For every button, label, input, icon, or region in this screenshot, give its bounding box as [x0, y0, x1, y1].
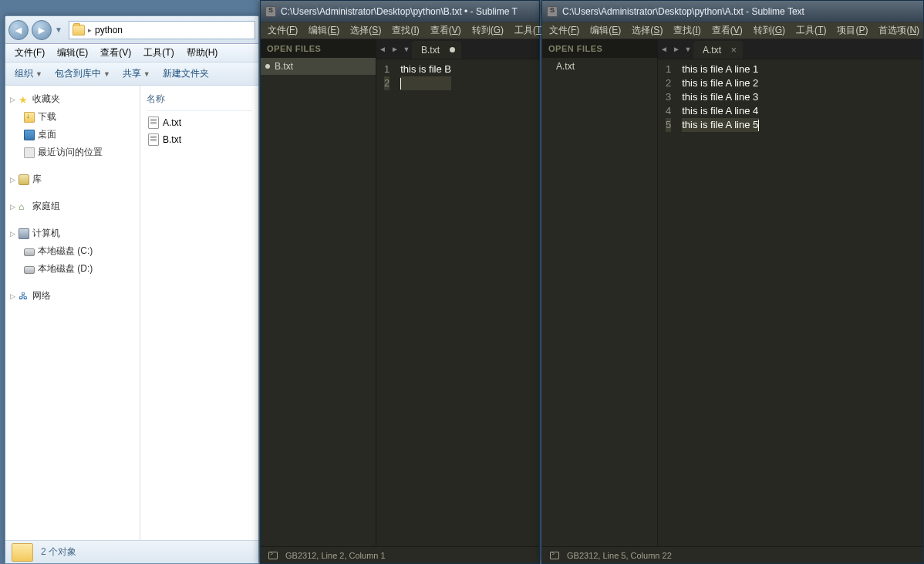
menubar: 文件(F)编辑(E)选择(S)查找(I)查看(V)转到(G)工具(T)项目(P)… [542, 22, 923, 39]
menu-item[interactable]: 编辑(E) [303, 22, 345, 39]
titlebar[interactable]: C:\Users\Administrator\Desktop\python\B.… [261, 1, 539, 22]
libraries-group[interactable]: ▷库 [8, 171, 137, 188]
editor-pane: ◄ ► ▼ A.txt × 12345 this is file A line … [658, 39, 923, 546]
tab-list[interactable]: ▼ [401, 39, 412, 59]
sublime-window-b: C:\Users\Administrator\Desktop\python\B.… [260, 0, 540, 564]
disk-icon [24, 248, 35, 256]
menu-view[interactable]: 查看(V) [94, 45, 137, 61]
tab-b[interactable]: B.txt [412, 41, 461, 59]
menu-item[interactable]: 编辑(E) [585, 22, 626, 39]
network-group[interactable]: ▷🖧网络 [8, 287, 137, 305]
computer-group[interactable]: ▷计算机 [8, 225, 137, 242]
menu-item[interactable]: 选择(S) [626, 22, 668, 39]
tab-list[interactable]: ▼ [683, 39, 693, 59]
menu-item[interactable]: 查找(I) [668, 22, 706, 39]
tab-bar: ◄ ► ▼ A.txt × [658, 39, 923, 59]
folder-icon [12, 543, 33, 562]
menu-tools[interactable]: 工具(T) [137, 45, 180, 61]
favorites-group[interactable]: ▷★收藏夹 [8, 90, 137, 108]
menu-item[interactable]: 选择(S) [345, 22, 386, 39]
app-icon [265, 6, 276, 17]
share-button[interactable]: 共享 ▼ [118, 65, 155, 83]
menu-item[interactable]: 转到(G) [467, 22, 509, 39]
nav-bar: ◄ ► ▼ ▸ python [5, 16, 258, 44]
menu-item[interactable]: 查看(V) [425, 22, 467, 39]
tab-next[interactable]: ► [670, 39, 683, 59]
new-folder-button[interactable]: 新建文件夹 [158, 65, 214, 83]
sublime-window-a: C:\Users\Administrator\Desktop\python\A.… [541, 0, 924, 564]
organize-button[interactable]: 组织 ▼ [10, 65, 47, 83]
tree-desktop[interactable]: 桌面 [8, 126, 137, 144]
text-file-icon [148, 117, 159, 129]
file-item[interactable]: A.txt [147, 114, 252, 131]
homegroup-icon: ⌂ [19, 201, 29, 212]
tab-a[interactable]: A.txt × [693, 41, 743, 59]
tree-disk-d[interactable]: 本地磁盘 (D:) [8, 260, 137, 278]
window-title: C:\Users\Administrator\Desktop\python\B.… [281, 6, 518, 17]
tab-prev[interactable]: ◄ [658, 39, 670, 59]
titlebar[interactable]: C:\Users\Administrator\Desktop\python\A.… [542, 1, 923, 22]
status-text: GB2312, Line 5, Column 22 [567, 551, 672, 560]
explorer-menubar: 文件(F) 编辑(E) 查看(V) 工具(T) 帮助(H) [5, 44, 258, 62]
menu-item[interactable]: 工具(T) [791, 22, 831, 39]
file-item[interactable]: B.txt [147, 131, 252, 148]
code-lines[interactable]: this is file B [396, 59, 456, 93]
line-gutter: 12345 [658, 59, 677, 135]
window-title: C:\Users\Administrator\Desktop\python\A.… [562, 6, 804, 17]
tree-recent[interactable]: 最近访问的位置 [8, 144, 137, 161]
editor-pane: ◄ ► ▼ B.txt 12 this is file B [376, 39, 539, 546]
statusbar: GB2312, Line 5, Column 22 [542, 546, 923, 563]
code-area[interactable]: 12345 this is file A line 1this is file … [658, 59, 923, 135]
app-icon [547, 6, 558, 17]
menu-item[interactable]: 项目(P) [831, 22, 873, 39]
dirty-indicator-icon [450, 47, 455, 52]
address-bar[interactable]: ▸ python [69, 21, 255, 39]
menu-item[interactable]: 查找(I) [386, 22, 424, 39]
sidebar-file-item[interactable]: A.txt [542, 58, 657, 75]
menu-item[interactable]: 转到(G) [748, 22, 791, 39]
history-dropdown[interactable]: ▼ [55, 25, 66, 34]
recent-icon [24, 147, 35, 158]
console-icon[interactable] [268, 552, 278, 559]
console-icon[interactable] [550, 552, 559, 559]
line-gutter: 12 [376, 59, 396, 93]
tab-prev[interactable]: ◄ [376, 39, 389, 59]
sidebar: OPEN FILES A.txt [542, 39, 658, 546]
sidebar-file-item[interactable]: B.txt [261, 58, 376, 75]
tree-downloads[interactable]: 下载 [8, 108, 137, 126]
desktop-icon [24, 130, 35, 140]
network-icon: 🖧 [19, 291, 29, 302]
menu-item[interactable]: 查看(V) [706, 22, 748, 39]
folder-icon [73, 25, 85, 35]
close-icon[interactable]: × [730, 44, 737, 56]
navigation-tree: ▷★收藏夹 下载 桌面 最近访问的位置 ▷库 ▷⌂家庭组 ▷计算机 本地磁盘 (… [5, 86, 140, 540]
tree-disk-c[interactable]: 本地磁盘 (C:) [8, 242, 137, 260]
explorer-toolbar: 组织 ▼ 包含到库中 ▼ 共享 ▼ 新建文件夹 [5, 62, 258, 86]
tab-next[interactable]: ► [389, 39, 401, 59]
code-lines[interactable]: this is file A line 1this is file A line… [677, 59, 764, 135]
code-area[interactable]: 12 this is file B [376, 59, 539, 93]
menu-item[interactable]: 文件(F) [262, 22, 303, 39]
homegroup[interactable]: ▷⌂家庭组 [8, 198, 137, 215]
menu-item[interactable]: 文件(F) [544, 22, 585, 39]
library-icon [19, 174, 29, 185]
text-file-icon [148, 133, 159, 146]
explorer-statusbar: 2 个对象 [5, 540, 258, 563]
open-files-header: OPEN FILES [261, 39, 376, 58]
back-button[interactable]: ◄ [8, 20, 29, 40]
menu-edit[interactable]: 编辑(E) [51, 45, 94, 61]
column-header-name[interactable]: 名称 [147, 90, 252, 111]
include-library-button[interactable]: 包含到库中 ▼ [50, 65, 115, 83]
menubar: 文件(F)编辑(E)选择(S)查找(I)查看(V)转到(G)工具(T) [261, 22, 539, 39]
item-count: 2 个对象 [41, 545, 76, 559]
menu-help[interactable]: 帮助(H) [180, 45, 224, 61]
breadcrumb-folder[interactable]: python [95, 25, 123, 35]
tab-bar: ◄ ► ▼ B.txt [376, 39, 539, 59]
dirty-indicator-icon [265, 64, 270, 69]
explorer-window: ◄ ► ▼ ▸ python 文件(F) 编辑(E) 查看(V) 工具(T) 帮… [5, 15, 259, 564]
disk-icon [24, 266, 35, 274]
menu-file[interactable]: 文件(F) [8, 45, 51, 61]
file-list: 名称 A.txt B.txt [140, 86, 258, 540]
forward-button[interactable]: ► [32, 20, 52, 40]
menu-item[interactable]: 首选项(N) [873, 22, 924, 39]
